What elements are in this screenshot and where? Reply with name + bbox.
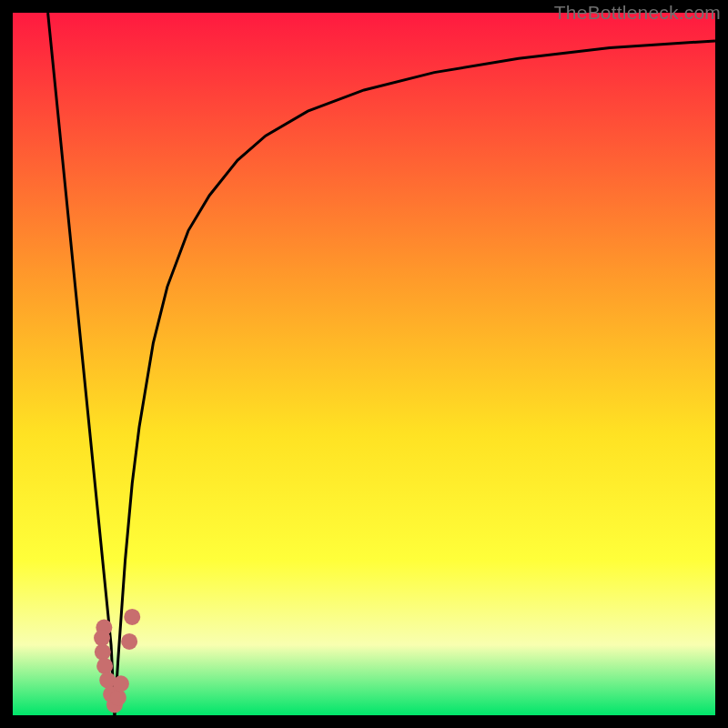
data-marker — [94, 630, 110, 646]
data-marker — [110, 690, 126, 706]
watermark-text: TheBottleneck.com — [554, 2, 721, 24]
data-marker — [121, 633, 137, 650]
data-marker — [124, 609, 140, 625]
gradient-background — [13, 13, 715, 715]
data-marker — [96, 658, 113, 674]
data-marker — [113, 675, 129, 692]
bottleneck-chart — [13, 13, 715, 715]
data-marker — [95, 644, 111, 661]
